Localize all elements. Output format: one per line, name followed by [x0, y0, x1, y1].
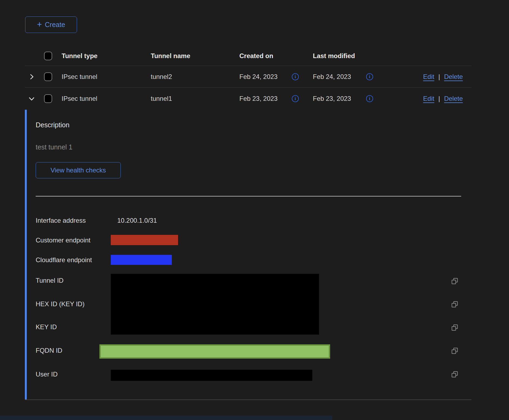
cloudflare-endpoint-label: Cloudflare endpoint: [36, 255, 92, 265]
fqdn-id-label: FQDN ID: [36, 346, 62, 355]
tunnel-name-cell: tunnel1: [151, 95, 172, 102]
chevron-down-icon: [28, 95, 35, 102]
tunnel-name-cell: tunnel2: [151, 73, 172, 81]
ids-redacted-values: [111, 274, 319, 335]
tunnel-type-cell: IPsec tunnel: [62, 73, 97, 81]
collapse-row-button[interactable]: [28, 95, 36, 103]
user-id-redacted-value: [111, 370, 312, 381]
cloudflare-endpoint-redacted-value: [111, 255, 172, 265]
table-header-row: Tunnel type Tunnel name Created on Last …: [25, 38, 471, 66]
create-button[interactable]: + Create: [25, 16, 77, 33]
key-id-label: KEY ID: [36, 322, 57, 332]
copy-icon: [451, 347, 458, 354]
description-heading: Description: [36, 121, 69, 129]
customer-endpoint-label: Customer endpoint: [36, 236, 91, 245]
column-header-tunnel-type: Tunnel type: [62, 52, 98, 60]
create-button-label: Create: [45, 21, 65, 29]
copy-icon: [451, 301, 458, 308]
plus-icon: +: [37, 20, 42, 29]
copy-icon: [451, 278, 458, 285]
info-icon[interactable]: i: [292, 73, 299, 80]
created-on-cell: Feb 23, 2023: [239, 95, 277, 102]
copy-key-id-button[interactable]: [451, 324, 458, 331]
user-id-label: User ID: [36, 370, 58, 379]
info-icon[interactable]: i: [292, 95, 299, 102]
hex-id-label: HEX ID (KEY ID): [36, 299, 85, 309]
copy-hex-id-button[interactable]: [451, 301, 458, 308]
select-all-checkbox[interactable]: [44, 52, 52, 60]
bottom-page-edge: [0, 416, 332, 420]
copy-user-id-button[interactable]: [451, 371, 458, 378]
fqdn-id-redacted-value: [99, 344, 330, 359]
row-checkbox[interactable]: [44, 94, 52, 103]
edit-link[interactable]: Edit: [423, 95, 434, 102]
table-row: IPsec tunnel tunnel2 Feb 24, 2023 i Feb …: [25, 66, 471, 88]
last-modified-cell: Feb 24, 2023: [313, 73, 351, 81]
last-modified-cell: Feb 23, 2023: [313, 95, 351, 102]
tunnel-id-label: Tunnel ID: [36, 276, 63, 285]
column-header-created-on: Created on: [239, 52, 273, 60]
info-icon[interactable]: i: [366, 95, 373, 102]
table-row: IPsec tunnel tunnel1 Feb 23, 2023 i Feb …: [25, 88, 471, 110]
column-header-tunnel-name: Tunnel name: [151, 52, 190, 60]
table-bottom-border: [25, 399, 471, 400]
copy-icon: [451, 324, 458, 331]
description-value: test tunnel 1: [36, 143, 72, 151]
column-header-last-modified: Last modified: [313, 52, 355, 60]
interface-address-label: Interface address: [36, 216, 86, 225]
action-separator: |: [438, 95, 440, 102]
action-separator: |: [438, 73, 440, 81]
delete-link[interactable]: Delete: [444, 73, 463, 81]
chevron-right-icon: [28, 73, 35, 81]
copy-fqdn-id-button[interactable]: [451, 347, 458, 354]
edit-link[interactable]: Edit: [423, 73, 434, 81]
tunnel-detail-panel: Description test tunnel 1 View health ch…: [25, 110, 471, 399]
copy-icon: [451, 371, 458, 378]
detail-divider: [36, 196, 461, 196]
copy-tunnel-id-button[interactable]: [451, 278, 458, 285]
interface-address-value: 10.200.1.0/31: [117, 216, 157, 225]
expand-row-button[interactable]: [28, 73, 36, 81]
row-checkbox[interactable]: [44, 72, 52, 81]
tunnel-table: Tunnel type Tunnel name Created on Last …: [25, 38, 471, 400]
customer-endpoint-redacted-value: [111, 235, 178, 245]
view-health-checks-button[interactable]: View health checks: [36, 162, 121, 178]
tunnel-type-cell: IPsec tunnel: [62, 95, 97, 102]
created-on-cell: Feb 24, 2023: [239, 73, 277, 81]
info-icon[interactable]: i: [366, 73, 373, 80]
delete-link[interactable]: Delete: [444, 95, 463, 102]
